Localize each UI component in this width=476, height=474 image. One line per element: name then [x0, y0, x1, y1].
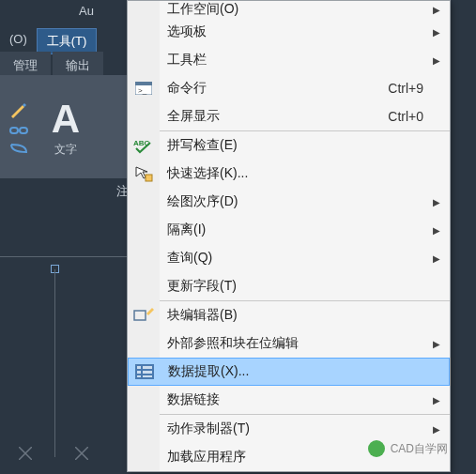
svg-rect-1: [20, 128, 27, 133]
blank: [128, 244, 160, 272]
member-icon[interactable]: [9, 143, 28, 154]
menu-item[interactable]: 全屏显示Ctrl+0: [128, 102, 450, 130]
submenu-arrow-icon: ▶: [433, 5, 440, 15]
text-glyph-icon: A: [52, 97, 80, 142]
menu-item[interactable]: 查询(Q)▶: [128, 244, 450, 272]
menu-item[interactable]: 数据提取(X)...: [128, 358, 450, 386]
pencil-icon[interactable]: [9, 99, 28, 118]
menu-item-label: 工具栏: [160, 52, 450, 69]
blank: [128, 18, 160, 46]
blank: [128, 216, 160, 244]
snap-marker-icon: [19, 447, 32, 460]
svg-rect-12: [143, 371, 152, 374]
menu-item[interactable]: 外部参照和块在位编辑▶: [128, 329, 450, 358]
menu-item[interactable]: 工具栏▶: [128, 46, 450, 74]
menu-item-label: 动作录制器(T): [160, 420, 450, 437]
menu-item-label: 数据提取(X)...: [161, 363, 449, 380]
menu-item[interactable]: 工作空间(O)▶: [128, 1, 450, 18]
menu-item-shortcut: Ctrl+0: [388, 109, 450, 124]
menu-item-label: 拼写检查(E): [160, 137, 450, 154]
menu-item[interactable]: 数据链接▶: [128, 386, 450, 414]
blank: [128, 188, 160, 216]
menu-item-o[interactable]: (O): [0, 28, 37, 54]
dataextract-icon: [129, 359, 161, 385]
title-bar-fragment: Au: [75, 0, 98, 22]
menu-item[interactable]: 加载应用程序: [128, 443, 450, 471]
menu-item-label: 块编辑器(B): [160, 307, 450, 324]
submenu-arrow-icon: ▶: [433, 55, 440, 66]
submenu-arrow-icon: ▶: [433, 253, 440, 264]
ribbon-text-label: 文字: [54, 142, 77, 158]
ribbon-text-button[interactable]: A 文字: [38, 75, 94, 178]
menu-item-label: 绘图次序(D): [160, 193, 450, 210]
svg-rect-0: [10, 128, 18, 133]
menu-item[interactable]: >_命令行Ctrl+9: [128, 74, 450, 102]
menu-item-tools[interactable]: 工具(T): [37, 28, 98, 54]
tools-dropdown-menu: 工作空间(O)▶选项板▶工具栏▶>_命令行Ctrl+9全屏显示Ctrl+0ABC…: [127, 0, 451, 472]
menu-item[interactable]: ABC拼写检查(E): [128, 131, 450, 160]
svg-text:>_: >_: [138, 86, 147, 95]
quickselect-icon: [128, 160, 160, 188]
svg-rect-3: [135, 82, 152, 85]
blank: [128, 415, 160, 443]
submenu-arrow-icon: ▶: [433, 197, 440, 207]
abc-icon: ABC: [128, 131, 160, 160]
blockedit-icon: [128, 301, 160, 329]
svg-rect-10: [143, 366, 152, 369]
menu-item[interactable]: 块编辑器(B): [128, 301, 450, 329]
menu-bar: (O) 工具(T): [0, 28, 97, 54]
canvas-vertical-line: [54, 269, 55, 457]
menu-item[interactable]: 绘图次序(D)▶: [128, 188, 450, 216]
menu-item-label: 命令行: [160, 80, 388, 97]
menu-item-label: 数据链接: [160, 391, 450, 408]
menu-item[interactable]: 隔离(I)▶: [128, 216, 450, 244]
menu-item[interactable]: 动作录制器(T)▶: [128, 415, 450, 443]
svg-rect-11: [137, 371, 141, 374]
submenu-arrow-icon: ▶: [433, 395, 440, 405]
submenu-arrow-icon: ▶: [433, 27, 440, 38]
svg-rect-7: [134, 311, 146, 320]
svg-rect-6: [146, 175, 152, 181]
blank: [128, 272, 160, 300]
blank: [128, 386, 160, 414]
ribbon-panel: A 文字: [0, 75, 127, 178]
submenu-arrow-icon: ▶: [433, 339, 440, 349]
menu-item-label: 查询(Q): [160, 250, 450, 267]
cmd-icon: >_: [128, 74, 160, 102]
submenu-arrow-icon: ▶: [433, 225, 440, 236]
menu-item[interactable]: 更新字段(T): [128, 272, 450, 300]
menu-item[interactable]: 选项板▶: [128, 18, 450, 46]
svg-rect-13: [137, 375, 141, 377]
link-icon[interactable]: [9, 124, 28, 137]
menu-item-label: 更新字段(T): [160, 278, 450, 295]
menu-item-label: 隔离(I): [160, 222, 450, 238]
canvas-guide-line: [0, 256, 127, 257]
menu-item[interactable]: 快速选择(K)...: [128, 160, 450, 188]
blank: [128, 329, 160, 358]
svg-rect-14: [143, 375, 152, 377]
snap-marker-icon: [75, 447, 88, 460]
menu-item-label: 工作空间(O): [160, 1, 450, 18]
blank: [128, 443, 160, 471]
submenu-arrow-icon: ▶: [433, 424, 440, 435]
svg-rect-9: [137, 366, 141, 369]
menu-item-label: 加载应用程序: [160, 449, 450, 466]
menu-item-shortcut: Ctrl+9: [388, 81, 450, 96]
blank: [128, 102, 160, 130]
menu-item-label: 选项板: [160, 23, 450, 40]
menu-item-label: 全屏显示: [160, 108, 388, 125]
menu-item-label: 快速选择(K)...: [160, 165, 450, 182]
menu-item-label: 外部参照和块在位编辑: [160, 335, 450, 352]
blank: [128, 46, 160, 74]
blank: [128, 1, 160, 18]
